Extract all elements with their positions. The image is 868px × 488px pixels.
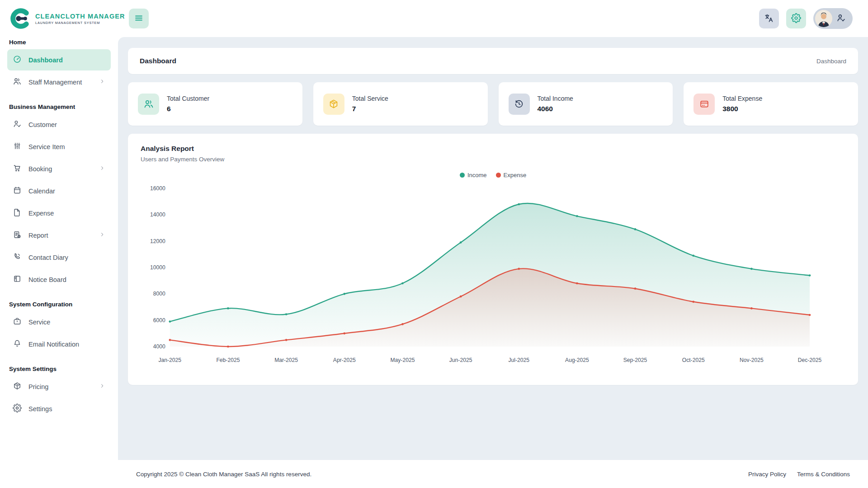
point-income — [750, 268, 753, 270]
sidebar: CLEANCLOTH MANAGER LAUNDRY MANAGEMENT SY… — [0, 0, 118, 488]
sidebar-item-service[interactable]: Service — [7, 311, 111, 333]
avatar — [815, 10, 832, 27]
sidebar-item-dashboard[interactable]: Dashboard — [7, 49, 111, 70]
point-income — [460, 241, 462, 244]
sidebar-item-label: Pricing — [28, 383, 48, 390]
sidebar-item-calendar[interactable]: Calendar — [7, 180, 111, 202]
point-expense — [343, 333, 345, 335]
sidebar-item-label: Booking — [28, 165, 52, 173]
sidebar-item-report[interactable]: Report — [7, 225, 111, 246]
report-icon — [13, 230, 22, 240]
chart-legend: IncomeExpense — [141, 172, 845, 178]
chevron-right-icon — [99, 165, 105, 173]
cart-icon — [13, 164, 22, 174]
y-tick-label: 4000 — [153, 343, 165, 350]
x-tick-label: Feb-2025 — [216, 357, 240, 363]
point-income — [809, 274, 811, 277]
profile-menu-button[interactable] — [813, 8, 853, 29]
phone-icon — [13, 252, 22, 263]
sidebar-item-customer[interactable]: Customer — [7, 114, 111, 135]
sidebar-item-label: Notice Board — [28, 276, 66, 283]
stat-value: 7 — [352, 105, 388, 113]
analysis-chart: 40006000800010000120001400016000Jan-2025… — [141, 180, 845, 372]
users-icon — [13, 77, 22, 87]
legend-expense[interactable]: Expense — [496, 172, 527, 178]
stat-card-total-customer: Total Customer6 — [128, 82, 302, 126]
stat-card-total-expense: Total Expense3800 — [684, 82, 858, 126]
stat-value: 6 — [167, 105, 209, 113]
sidebar-section-system-configuration: System ConfigurationServiceEmail Notific… — [7, 301, 111, 355]
stat-label: Total Income — [538, 95, 573, 102]
x-tick-label: Nov-2025 — [740, 357, 764, 363]
y-tick-label: 6000 — [153, 317, 165, 324]
y-tick-label: 8000 — [153, 291, 165, 297]
clock-history-icon — [509, 94, 530, 115]
point-expense — [692, 301, 694, 303]
point-expense — [401, 323, 404, 325]
legend-income[interactable]: Income — [460, 172, 487, 178]
chevron-right-icon — [99, 231, 105, 239]
sidebar-item-label: Expense — [28, 210, 54, 217]
point-expense — [750, 307, 753, 310]
bell-icon — [13, 339, 22, 349]
sidebar-section-label: System Configuration — [9, 301, 109, 308]
breadcrumb: Dashboard — [816, 58, 846, 65]
topbar — [118, 0, 868, 37]
brand-logo: CLEANCLOTH MANAGER LAUNDRY MANAGEMENT SY… — [0, 0, 118, 36]
sidebar-item-contact-diary[interactable]: Contact Diary — [7, 247, 111, 268]
translate-button[interactable] — [759, 9, 779, 28]
sidebar-section-business-management: Business ManagementCustomerService ItemB… — [7, 103, 111, 290]
sidebar-item-label: Settings — [28, 405, 52, 413]
speedometer-icon — [13, 55, 22, 65]
footer-links: Privacy PolicyTerms & Conditions — [748, 471, 850, 478]
sidebar-section-label: System Settings — [9, 366, 109, 372]
sidebar-item-label: Calendar — [28, 188, 55, 195]
point-expense — [576, 282, 578, 285]
copyright-text: Copyright 2025 © Clean Cloth Manager Saa… — [136, 471, 311, 478]
package-icon — [323, 94, 344, 115]
sidebar-toggle-button[interactable] — [129, 9, 149, 28]
point-expense — [285, 339, 288, 341]
point-expense — [169, 339, 171, 341]
stat-value: 3800 — [722, 105, 762, 113]
package-icon — [13, 381, 22, 392]
x-tick-label: Jan-2025 — [158, 357, 181, 363]
point-expense — [809, 314, 811, 316]
settings-button[interactable] — [786, 9, 806, 28]
footer-link-terms-conditions[interactable]: Terms & Conditions — [797, 471, 850, 478]
footer-link-privacy-policy[interactable]: Privacy Policy — [748, 471, 786, 478]
users-icon — [138, 94, 159, 115]
sidebar-item-service-item[interactable]: Service Item — [7, 136, 111, 157]
sidebar-item-label: Service Item — [28, 143, 65, 150]
file-icon — [13, 208, 22, 218]
page-header-card: Dashboard Dashboard — [128, 48, 858, 74]
chart-title: Analysis Report — [141, 145, 845, 153]
x-tick-label: Aug-2025 — [565, 357, 589, 363]
sidebar-item-label: Contact Diary — [28, 254, 68, 261]
point-income — [401, 282, 404, 285]
point-expense — [634, 287, 637, 290]
legend-label: Expense — [504, 172, 527, 178]
point-income — [227, 307, 229, 310]
sidebar-item-expense[interactable]: Expense — [7, 202, 111, 224]
x-tick-label: Apr-2025 — [333, 357, 356, 363]
hamburger-icon — [134, 13, 144, 24]
sidebar-item-pricing[interactable]: Pricing — [7, 376, 111, 397]
x-tick-label: Dec-2025 — [798, 357, 822, 363]
calendar-icon — [13, 186, 22, 196]
sidebar-nav: HomeDashboardStaff ManagementBusiness Ma… — [0, 39, 118, 419]
point-income — [169, 320, 171, 323]
brand-name: CLEANCLOTH MANAGER — [35, 13, 125, 20]
legend-dot-icon — [460, 173, 465, 178]
sidebar-item-notice-board[interactable]: Notice Board — [7, 269, 111, 290]
sidebar-item-booking[interactable]: Booking — [7, 158, 111, 179]
sidebar-item-email-notification[interactable]: Email Notification — [7, 333, 111, 355]
point-income — [343, 293, 345, 295]
stat-label: Total Expense — [722, 95, 762, 102]
stat-card-total-income: Total Income4060 — [499, 82, 673, 126]
sidebar-item-staff-management[interactable]: Staff Management — [7, 71, 111, 93]
sidebar-item-settings[interactable]: Settings — [7, 398, 111, 419]
credit-card-icon — [693, 94, 715, 115]
translate-icon — [764, 13, 774, 24]
chevron-right-icon — [99, 383, 105, 390]
